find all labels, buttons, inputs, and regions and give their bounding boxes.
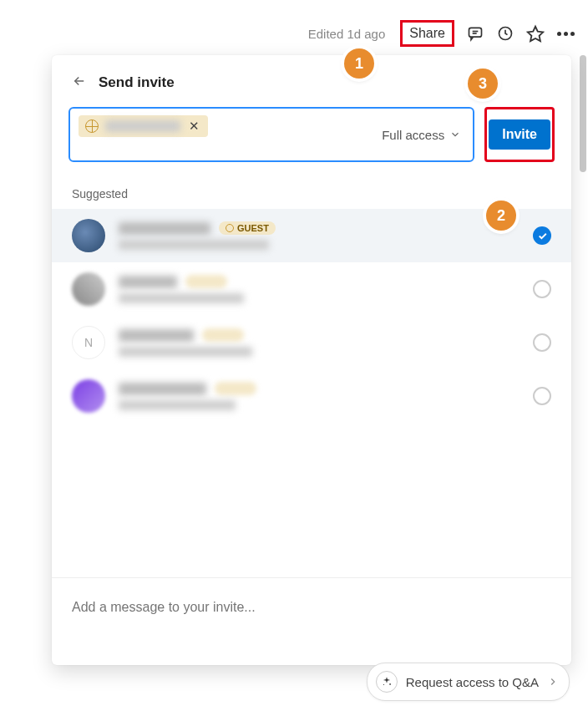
annotation-callout-3: 3	[468, 69, 498, 99]
person-name	[119, 276, 177, 288]
suggested-item[interactable]	[52, 369, 571, 423]
person-name	[119, 329, 194, 342]
badge	[202, 328, 244, 342]
person-name	[119, 383, 206, 395]
person-name	[119, 222, 210, 235]
suggested-list: GUEST N	[52, 209, 571, 423]
modal-title: Send invite	[99, 74, 175, 91]
avatar	[72, 219, 105, 252]
person-info	[119, 275, 520, 303]
edited-timestamp: Edited 1d ago	[308, 27, 386, 41]
globe-icon	[226, 224, 234, 232]
access-label: Full access	[382, 128, 444, 142]
request-access-button[interactable]: Request access to Q&A	[367, 663, 570, 701]
person-email	[119, 293, 244, 303]
person-email	[119, 240, 269, 250]
suggested-item[interactable]	[52, 262, 571, 316]
remove-chip-icon[interactable]: ✕	[187, 119, 201, 134]
person-email	[119, 347, 252, 357]
annotation-callout-1: 1	[344, 48, 374, 79]
avatar	[72, 272, 105, 306]
badge	[185, 275, 227, 288]
clock-icon[interactable]	[496, 24, 514, 43]
person-info	[119, 382, 520, 410]
select-radio[interactable]	[533, 280, 551, 298]
globe-icon	[85, 119, 99, 133]
svg-rect-0	[469, 28, 482, 37]
avatar: N	[72, 326, 105, 359]
svg-marker-4	[528, 27, 543, 41]
selected-check-icon[interactable]	[533, 226, 551, 245]
person-email	[119, 400, 236, 410]
invite-message-input[interactable]	[72, 600, 551, 615]
recipient-chip[interactable]: ✕	[79, 115, 208, 137]
select-radio[interactable]	[533, 333, 551, 352]
svg-point-6	[383, 684, 384, 685]
guest-badge-label: GUEST	[237, 223, 269, 233]
annotation-callout-2: 2	[486, 201, 516, 231]
star-icon[interactable]	[526, 24, 545, 43]
send-invite-modal: Send invite ✕ Full access Invite Suggest…	[52, 55, 571, 665]
suggested-item[interactable]: N	[52, 316, 571, 369]
invite-input-row: ✕ Full access Invite	[52, 107, 571, 162]
sparkle-icon	[376, 671, 398, 693]
select-radio[interactable]	[533, 387, 551, 405]
badge	[215, 382, 256, 395]
invite-input[interactable]: ✕ Full access	[68, 107, 474, 162]
recipient-name	[105, 120, 180, 132]
person-info	[119, 328, 520, 357]
guest-badge: GUEST	[219, 221, 276, 235]
comment-icon[interactable]	[466, 24, 484, 43]
page-top-bar: Edited 1d ago Share	[308, 20, 575, 47]
chevron-down-icon	[449, 129, 461, 140]
invite-button[interactable]: Invite	[489, 119, 550, 150]
modal-footer	[52, 577, 571, 665]
request-access-label: Request access to Q&A	[406, 675, 539, 689]
person-info: GUEST	[119, 221, 520, 250]
svg-point-5	[389, 683, 391, 685]
avatar	[72, 379, 105, 413]
page-scrollbar[interactable]	[580, 55, 586, 172]
share-button[interactable]: Share	[400, 20, 454, 47]
back-arrow-icon[interactable]	[72, 74, 87, 92]
invite-button-highlight: Invite	[484, 107, 555, 162]
access-level-select[interactable]: Full access	[382, 128, 464, 142]
chevron-right-icon	[547, 676, 559, 688]
more-icon[interactable]	[556, 24, 575, 43]
